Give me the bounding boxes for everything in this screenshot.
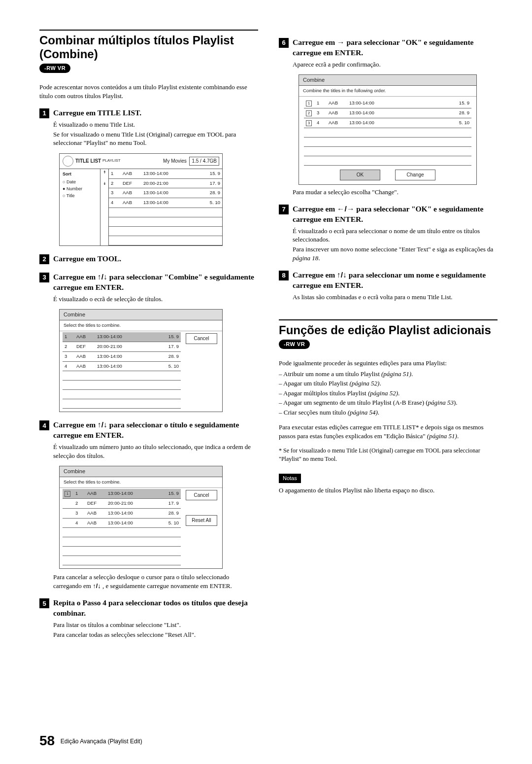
section2-footnote: * Se for visualizado o menu Title List (… (279, 447, 498, 462)
change-button[interactable]: Change (395, 170, 435, 180)
table-row-empty (63, 528, 181, 537)
table-row-empty (63, 399, 181, 409)
cancel-button[interactable]: Cancel (186, 490, 217, 501)
step-8: 8 Carregue em ↑/↓ para seleccionar um no… (279, 270, 498, 301)
table-row[interactable]: 4AAB13:00-14:005. 10 (109, 198, 222, 208)
section2-intro: Pode igualmente proceder às seguintes ed… (279, 359, 498, 368)
table-row[interactable]: 23AAB13:00-14:0028. 9 (304, 108, 471, 118)
step-1-line1: É visualizado o menu Title List. (53, 120, 258, 129)
table-row-empty (63, 381, 181, 390)
step-6-title-a: Carregue em (293, 38, 337, 46)
step-2: 2 Carregue em TOOL. (39, 254, 258, 264)
step-8-body: As listas são combinadas e o ecrã volta … (293, 293, 498, 302)
table-row[interactable]: 3AAB13:00-14:0028. 9 (63, 351, 181, 361)
step-5-title: Repita o Passo 4 para seleccionar todos … (53, 598, 258, 619)
table-row-empty (63, 537, 181, 547)
list-item: Atribuir um nome a um título Playlist (p… (279, 370, 498, 379)
step-8-line1: As listas são combinadas e o ecrã volta … (293, 293, 498, 302)
table-row[interactable]: 34AAB13:00-14:005. 10 (304, 118, 471, 128)
up-down-arrow-icon: ↑/↓ (93, 582, 101, 590)
table-row[interactable]: 2DEF20:00-21:0017. 9 (63, 498, 181, 508)
step-number-icon: 1 (39, 108, 49, 118)
post-step6: Para mudar a selecção escolha "Change". (293, 188, 498, 197)
table-row[interactable]: 11AAB13:00-14:0015. 9 (63, 489, 181, 499)
footer-text: Edição Avançada (Playlist Edit) (61, 738, 142, 745)
step-5-line2: Para cancelar todas as selecções selecci… (53, 630, 258, 639)
step-3-head: 3 Carregue em ↑/↓ para seleccionar "Comb… (39, 272, 258, 293)
title-list-sublabel: PLAYLIST (102, 158, 121, 164)
table-row[interactable]: 4AAB13:00-14:005. 10 (63, 518, 181, 528)
combine-subtitle: Select the titles to combine. (60, 477, 222, 488)
section2-title: Funções de edição Playlist adicionais (279, 323, 498, 337)
table-row[interactable]: 1AAB13:00-14:0015. 9 (63, 332, 181, 342)
up-down-arrow-icon: ↑/↓ (337, 271, 347, 279)
combine-titlebar: Combine (299, 75, 476, 86)
combine-ui-1: Combine Select the titles to combine. 1A… (59, 309, 258, 412)
right-column: 6 Carregue em → para seleccionar "OK" e … (279, 30, 498, 645)
table-row[interactable]: 11AAB13:00-14:0015. 9 (304, 99, 471, 108)
section-title: Combinar múltiplos títulos Playlist (Com… (39, 34, 258, 61)
section2-list: Atribuir um nome a um título Playlist (p… (279, 370, 498, 417)
sort-title[interactable]: ○ Title (63, 193, 97, 199)
table-row[interactable]: 1AAB13:00-14:0015. 9 (109, 169, 222, 178)
combine-titlebar: Combine (60, 466, 222, 477)
section-rule (39, 30, 258, 31)
step-3-title-a: Carregue em (53, 273, 98, 281)
sort-number[interactable]: ● Number (63, 186, 97, 192)
format-badge: -RW VR (279, 340, 310, 349)
title-list-rows: 1AAB13:00-14:0015. 92DEF20:00-21:0017. 9… (109, 169, 222, 245)
step-number-icon: 5 (39, 598, 49, 608)
title-list-label: TITLE LIST (75, 158, 101, 165)
step-1-head: 1 Carregue em TITLE LIST. (39, 108, 258, 118)
post-step4-text: Para cancelar a selecção desloque o curs… (53, 573, 258, 590)
step-number-icon: 2 (39, 254, 49, 264)
right-arrow-icon: → (337, 38, 345, 46)
list-item: Apagar um segmento de um título Playlist… (279, 398, 498, 407)
disc-name: My Movies (163, 158, 187, 165)
table-row-empty (63, 390, 181, 399)
step-5-head: 5 Repita o Passo 4 para seleccionar todo… (39, 598, 258, 619)
step-6: 6 Carregue em → para seleccionar "OK" e … (279, 37, 498, 69)
reset-all-button[interactable]: Reset All (186, 515, 217, 526)
table-row[interactable]: 2DEF20:00-21:0017. 9 (109, 178, 222, 188)
step-1-title: Carregue em TITLE LIST. (53, 108, 141, 118)
table-row[interactable]: 2DEF20:00-21:0017. 9 (63, 342, 181, 351)
step-number-icon: 3 (39, 273, 49, 282)
step-5-body: Para listar os títulos a combinar selecc… (53, 621, 258, 639)
arrow-first-icon: ↟ (103, 170, 106, 175)
step-number-icon: 8 (279, 271, 289, 280)
notas-label: Notas (279, 474, 301, 483)
table-row-empty (304, 128, 471, 138)
table-row[interactable]: 4AAB13:00-14:005. 10 (63, 361, 181, 371)
table-row-empty (109, 217, 222, 227)
step-number-icon: 7 (279, 205, 289, 214)
step-4-title-a: Carregue em (53, 420, 98, 429)
list-item: Criar secções num título (página 54). (279, 408, 498, 417)
cancel-button[interactable]: Cancel (186, 333, 217, 344)
up-down-arrow-icon: ↑/↓ (98, 420, 107, 429)
step-7-body: É visualizado o ecrã para seleccionar o … (293, 227, 498, 262)
disc-capacity: 1.5 / 4.7GB (189, 157, 219, 166)
section2-para: Para executar estas edições carregue em … (279, 423, 498, 440)
left-column: Combinar múltiplos títulos Playlist (Com… (39, 30, 258, 645)
table-row-empty (109, 227, 222, 236)
disc-icon (63, 156, 73, 167)
step-8-head: 8 Carregue em ↑/↓ para seleccionar um no… (279, 270, 498, 291)
ok-button[interactable]: OK (340, 170, 380, 180)
table-row-empty (63, 547, 181, 556)
table-row-empty (304, 156, 471, 166)
section-rule (279, 319, 498, 320)
combine-subtitle: Select the titles to combine. (60, 320, 222, 331)
table-row[interactable]: 3AAB13:00-14:0028. 9 (63, 508, 181, 518)
title-list-header: TITLE LIST PLAYLIST My Movies 1.5 / 4.7G… (60, 154, 222, 169)
step-7-head: 7 Carregue em ←/→ para seleccionar "OK" … (279, 204, 498, 225)
page-ref: página 18 (293, 254, 318, 262)
table-row-empty (304, 138, 471, 147)
step-6-head: 6 Carregue em → para seleccionar "OK" e … (279, 37, 498, 58)
post-step4-b: , e seguidamente carregue novamente em E… (102, 582, 232, 590)
table-row[interactable]: 3AAB13:00-14:0028. 9 (109, 188, 222, 198)
step-6-body: Aparece ecrã a pedir confirmação. (293, 60, 498, 69)
page-number: 58 (39, 733, 55, 748)
notas-text: O apagamento de títulos Playlist não lib… (279, 486, 498, 495)
sort-date[interactable]: ○ Date (63, 179, 97, 185)
